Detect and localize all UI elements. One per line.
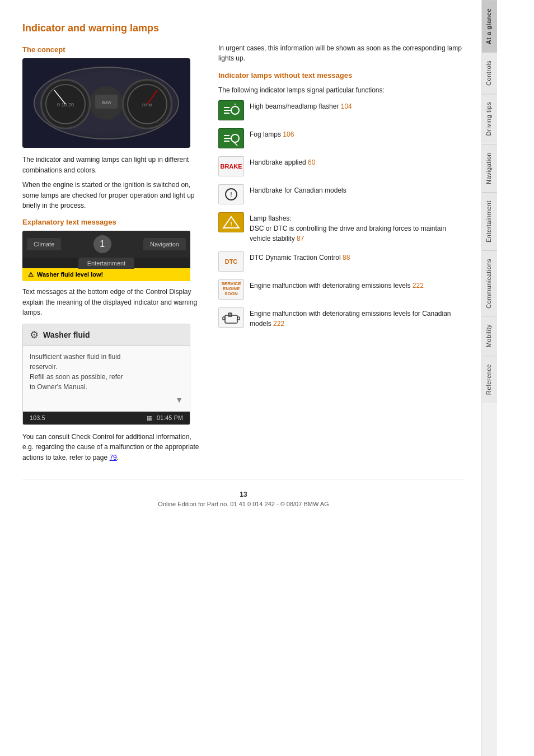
text-messages-paragraph: Text messages at the bottom edge of the … bbox=[22, 287, 202, 318]
fog-lamps-link[interactable]: 106 bbox=[283, 130, 294, 138]
washer-icon: ⚙ bbox=[30, 329, 39, 341]
indicator-dsc: ! Lamp flashes: DSC or DTC is controllin… bbox=[218, 212, 465, 244]
indicator-service-engine: SERVICEENGINESOON Engine malfunction wit… bbox=[218, 279, 465, 300]
engine-canada-text: Engine malfunction with deteriorating em… bbox=[250, 307, 465, 329]
indicator-dtc: DTC DTC Dynamic Traction Control 88 bbox=[218, 251, 465, 272]
handbrake-icon: BRAKE bbox=[218, 156, 244, 176]
handbrake-link[interactable]: 60 bbox=[308, 158, 315, 166]
intro-text-1: In urgent cases, this information will b… bbox=[218, 43, 465, 63]
high-beams-text: High beams/headlamp flasher 104 bbox=[250, 100, 352, 111]
sidebar-tab-entertainment[interactable]: Entertainment bbox=[482, 192, 497, 250]
cluster-center: BMW bbox=[90, 86, 123, 120]
indicator-engine-canada: Engine malfunction with deteriorating em… bbox=[218, 307, 465, 329]
explanatory-heading: Explanatory text messages bbox=[22, 218, 202, 226]
svg-text:RPM: RPM bbox=[142, 102, 152, 108]
svg-rect-23 bbox=[223, 317, 225, 320]
sidebar-tab-at-a-glance[interactable]: At a glance bbox=[482, 0, 497, 52]
handbrake-canada-icon: ! bbox=[218, 184, 244, 204]
sidebar-tab-communications[interactable]: Communications bbox=[482, 250, 497, 316]
dtc-text: DTC Dynamic Traction Control 88 bbox=[250, 251, 350, 263]
cd-entertainment-tab[interactable]: Entertainment bbox=[78, 258, 134, 269]
indicator-fog-lamps: Fog lamps 106 bbox=[218, 128, 465, 148]
footer-icon-signal: ▦ bbox=[147, 414, 152, 422]
svg-line-7 bbox=[147, 90, 157, 104]
right-sidebar: At a glance Controls Driving tips Naviga… bbox=[481, 0, 497, 756]
fog-lamps-icon bbox=[218, 128, 244, 148]
body-text-2: When the engine is started or the igniti… bbox=[22, 180, 202, 211]
washer-line-3: Refill as soon as possible, refer bbox=[30, 373, 123, 381]
page-number: 13 bbox=[22, 491, 465, 498]
cd-bottom-row: Entertainment bbox=[22, 258, 190, 268]
svg-point-11 bbox=[231, 106, 239, 114]
footer-icons: ▦ 01:45 PM bbox=[147, 414, 183, 422]
fog-lamps-text: Fog lamps 106 bbox=[250, 128, 294, 139]
svg-text:0 10 20: 0 10 20 bbox=[57, 102, 74, 108]
handbrake-text: Handbrake applied 60 bbox=[250, 156, 315, 167]
cd-navigation-tab[interactable]: Navigation bbox=[143, 238, 186, 250]
dsc-icon: ! bbox=[218, 212, 244, 232]
body-text-1: The indicator and warning lamps can ligh… bbox=[22, 155, 202, 175]
control-display: Climate 1 Navigation Entertainment ⚠ Was… bbox=[22, 231, 190, 281]
service-engine-icon: SERVICEENGINESOON bbox=[218, 279, 244, 300]
page-footer: 13 Online Edition for Part no. 01 41 0 0… bbox=[22, 479, 465, 513]
sidebar-tab-driving-tips[interactable]: Driving tips bbox=[482, 94, 497, 143]
engine-canada-link[interactable]: 222 bbox=[273, 320, 284, 328]
left-column: The concept 0 10 20 bbox=[22, 43, 202, 468]
svg-text:BMW: BMW bbox=[101, 101, 111, 105]
svg-point-16 bbox=[231, 134, 239, 142]
warning-icon: ⚠ bbox=[28, 271, 34, 278]
sidebar-tab-reference[interactable]: Reference bbox=[482, 356, 497, 403]
indicator-section-heading: Indicator lamps without text messages bbox=[218, 71, 465, 80]
warning-text: Washer fluid level low! bbox=[37, 271, 103, 278]
dtc-icon: DTC bbox=[218, 251, 244, 272]
dtc-link[interactable]: 88 bbox=[343, 254, 350, 262]
indicator-intro: The following indicator lamps signal par… bbox=[218, 85, 465, 96]
gauge-left: 0 10 20 bbox=[40, 79, 91, 129]
dsc-link[interactable]: 87 bbox=[297, 235, 304, 242]
sidebar-tab-controls[interactable]: Controls bbox=[482, 52, 497, 94]
cluster-image: 0 10 20 BMW RPM bbox=[22, 58, 190, 148]
washer-line-1: Insufficient washer fluid in fluid bbox=[30, 353, 121, 361]
indicator-handbrake-canada: ! Handbrake for Canadian models bbox=[218, 184, 465, 204]
footer-clock: 01:45 PM bbox=[157, 414, 183, 421]
svg-text:!: ! bbox=[230, 192, 232, 198]
svg-line-17 bbox=[234, 142, 238, 146]
washer-line-2: reservoir. bbox=[30, 363, 57, 371]
page-79-link[interactable]: 79 bbox=[109, 454, 116, 461]
handbrake-canada-text: Handbrake for Canadian models bbox=[250, 184, 346, 195]
gauge-right: RPM bbox=[122, 79, 172, 129]
indicator-handbrake: BRAKE Handbrake applied 60 bbox=[218, 156, 465, 176]
indicator-list: High beams/headlamp flasher 104 bbox=[218, 100, 465, 329]
engine-canada-icon bbox=[218, 307, 244, 328]
cd-warning-bar: ⚠ Washer fluid level low! bbox=[22, 268, 190, 281]
svg-text:!: ! bbox=[230, 221, 232, 227]
right-column: In urgent cases, this information will b… bbox=[218, 43, 465, 468]
service-engine-text: Engine malfunction with deteriorating em… bbox=[250, 279, 424, 291]
washer-line-4: to Owner's Manual. bbox=[30, 383, 87, 391]
service-engine-link[interactable]: 222 bbox=[413, 282, 424, 290]
washer-fluid-header: ⚙ Washer fluid bbox=[23, 324, 190, 346]
washer-fluid-body: Insufficient washer fluid in fluid reser… bbox=[23, 346, 190, 412]
sidebar-tab-mobility[interactable]: Mobility bbox=[482, 316, 497, 355]
indicator-high-beams: High beams/headlamp flasher 104 bbox=[218, 100, 465, 120]
check-control-paragraph: You can consult Check Control for additi… bbox=[22, 432, 202, 463]
high-beams-icon bbox=[218, 100, 244, 120]
concept-heading: The concept bbox=[22, 45, 202, 54]
main-content: Indicator and warning lamps The concept … bbox=[0, 0, 481, 756]
cd-center: 1 bbox=[61, 235, 143, 253]
washer-fluid-box: ⚙ Washer fluid Insufficient washer fluid… bbox=[22, 324, 190, 425]
page-title: Indicator and warning lamps bbox=[22, 22, 465, 34]
washer-fluid-footer: 103.5 ▦ 01:45 PM bbox=[23, 412, 190, 424]
cd-climate-tab[interactable]: Climate bbox=[27, 238, 61, 250]
sidebar-tab-navigation[interactable]: Navigation bbox=[482, 144, 497, 192]
high-beams-link[interactable]: 104 bbox=[341, 102, 352, 110]
washer-fluid-title: Washer fluid bbox=[43, 330, 90, 339]
dsc-text: Lamp flashes: DSC or DTC is controlling … bbox=[250, 212, 465, 244]
cd-selector[interactable]: 1 bbox=[93, 235, 111, 253]
footer-text: Online Edition for Part no. 01 41 0 014 … bbox=[22, 501, 465, 507]
svg-rect-24 bbox=[237, 317, 240, 320]
cd-screen: Climate 1 Navigation bbox=[22, 231, 190, 258]
footer-mileage: 103.5 bbox=[30, 414, 45, 421]
